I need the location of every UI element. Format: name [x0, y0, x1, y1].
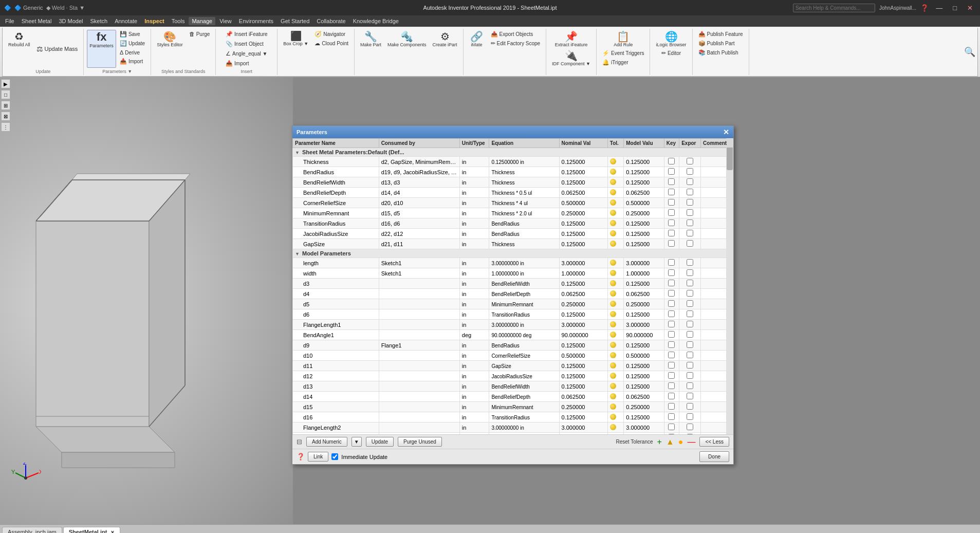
add-rule-button[interactable]: 📋 Add Rule: [611, 30, 635, 49]
key-cell[interactable]: [664, 289, 679, 299]
equation-input[interactable]: [491, 211, 557, 216]
key-checkbox[interactable]: [668, 178, 675, 185]
table-row[interactable]: BendAngle1deg90.00000090.000000: [293, 330, 733, 340]
table-row[interactable]: JacobiRadiusSized22, d12in0.1250000.1250…: [293, 229, 733, 239]
export-cell[interactable]: [679, 392, 701, 402]
menu-sketch[interactable]: Sketch: [87, 17, 111, 25]
export-cell[interactable]: [679, 361, 701, 371]
equation-input[interactable]: [491, 190, 557, 196]
table-row[interactable]: d12in0.1250000.125000: [293, 371, 733, 381]
done-button[interactable]: Done: [699, 451, 729, 462]
key-cell[interactable]: [664, 258, 679, 268]
export-checkbox[interactable]: [687, 219, 693, 226]
key-checkbox[interactable]: [668, 341, 675, 348]
equation-cell[interactable]: [489, 309, 559, 320]
equation-cell[interactable]: [489, 188, 559, 198]
table-row[interactable]: BendAngle2deg135.000...135.000...: [293, 433, 733, 435]
export-cell[interactable]: [679, 412, 701, 422]
export-checkbox[interactable]: [687, 413, 693, 420]
key-checkbox[interactable]: [668, 372, 675, 379]
key-cell[interactable]: [664, 279, 679, 289]
update-button[interactable]: 🔄Update: [117, 39, 147, 48]
key-cell[interactable]: [664, 351, 679, 361]
export-checkbox[interactable]: [687, 230, 693, 236]
key-cell[interactable]: [664, 320, 679, 330]
tolerance-circle-button[interactable]: ●: [678, 437, 683, 447]
update-params-button[interactable]: Update: [366, 437, 394, 447]
add-numeric-button[interactable]: Add Numeric: [306, 437, 347, 447]
menu-sheetmetal[interactable]: Sheet Metal: [19, 17, 55, 25]
maximize-button[interactable]: □: [950, 3, 960, 13]
table-row[interactable]: BendRadiusd19, d9, JacobiRadiusSize, T..…: [293, 167, 733, 177]
menu-3dmodel[interactable]: 3D Model: [56, 17, 86, 25]
export-cell[interactable]: [679, 188, 701, 198]
export-cell[interactable]: [679, 402, 701, 412]
export-cell[interactable]: [679, 177, 701, 188]
export-checkbox[interactable]: [687, 189, 693, 195]
key-checkbox[interactable]: [668, 219, 675, 226]
export-cell[interactable]: [679, 258, 701, 268]
table-row[interactable]: d13in0.1250000.125000: [293, 381, 733, 392]
table-row[interactable]: BendReliefWidthd13, d3in0.1250000.125000: [293, 177, 733, 188]
panel-icon-3[interactable]: ⊞: [1, 101, 10, 110]
export-checkbox[interactable]: [687, 290, 693, 297]
purge-unused-button[interactable]: Purge Unused: [398, 437, 442, 447]
key-checkbox[interactable]: [668, 321, 675, 327]
panel-icon-1[interactable]: ▶: [1, 79, 10, 88]
panel-icon-2[interactable]: □: [1, 90, 10, 99]
export-checkbox[interactable]: [687, 269, 693, 276]
export-cell[interactable]: [679, 279, 701, 289]
key-cell[interactable]: [664, 299, 679, 309]
equation-cell[interactable]: [489, 157, 559, 167]
export-checkbox[interactable]: [687, 341, 693, 348]
export-cell[interactable]: [679, 157, 701, 167]
edit-factory-button[interactable]: ✏Edit Factory Scope: [488, 39, 543, 48]
equation-input[interactable]: [491, 261, 557, 266]
key-checkbox[interactable]: [668, 189, 675, 195]
table-row[interactable]: d16in0.1250000.125000: [293, 412, 733, 422]
export-checkbox[interactable]: [687, 310, 693, 317]
export-cell[interactable]: [679, 351, 701, 361]
menu-annotate[interactable]: Annotate: [112, 17, 140, 25]
export-checkbox[interactable]: [687, 393, 693, 399]
table-row[interactable]: MinimumRemnantd15, d5in0.2500000.250000: [293, 208, 733, 218]
equation-cell[interactable]: [489, 320, 559, 330]
equation-cell[interactable]: [489, 371, 559, 381]
export-cell[interactable]: [679, 268, 701, 279]
export-checkbox[interactable]: [687, 352, 693, 358]
viewport[interactable]: X Y Z ▶ □ ⊞ ⊠ ⋮: [0, 77, 293, 524]
equation-cell[interactable]: [489, 412, 559, 422]
export-cell[interactable]: [679, 218, 701, 229]
equation-cell[interactable]: [489, 279, 559, 289]
equation-cell[interactable]: [489, 289, 559, 299]
export-cell[interactable]: [679, 208, 701, 218]
table-row[interactable]: FlangeLength1in3.0000003.000000: [293, 320, 733, 330]
key-checkbox[interactable]: [668, 434, 675, 434]
key-cell[interactable]: [664, 433, 679, 435]
export-checkbox[interactable]: [687, 240, 693, 247]
export-cell[interactable]: [679, 340, 701, 351]
equation-input[interactable]: [491, 170, 557, 175]
key-checkbox[interactable]: [668, 424, 675, 430]
key-checkbox[interactable]: [668, 300, 675, 307]
tab-assembly[interactable]: Assembly_inch.iam: [2, 527, 62, 533]
key-checkbox[interactable]: [668, 362, 675, 369]
ilogic-browser-button[interactable]: 🌐 iLogic Browser: [653, 30, 689, 49]
insert-object-button[interactable]: 📎Insert Object: [223, 40, 270, 48]
export-cell[interactable]: [679, 198, 701, 208]
publish-feature-button[interactable]: 📤Publish Feature: [696, 30, 746, 39]
immediate-update-label[interactable]: Immediate Update: [331, 453, 387, 460]
export-cell[interactable]: [679, 239, 701, 249]
equation-input[interactable]: [491, 333, 557, 338]
key-cell[interactable]: [664, 402, 679, 412]
idf-component-button[interactable]: 🔌 IDF Component ▼: [549, 49, 593, 68]
key-cell[interactable]: [664, 361, 679, 371]
rebuild-all-button[interactable]: ♻ Rebuild All: [6, 30, 33, 68]
tab-close-icon[interactable]: ✕: [110, 530, 115, 533]
key-cell[interactable]: [664, 412, 679, 422]
equation-input[interactable]: [491, 291, 557, 297]
group-header-model[interactable]: ▼ Model Parameters: [293, 249, 733, 258]
table-row[interactable]: d11in0.1250000.125000: [293, 361, 733, 371]
key-checkbox[interactable]: [668, 209, 675, 216]
filter-icon[interactable]: ⊟: [297, 438, 302, 446]
